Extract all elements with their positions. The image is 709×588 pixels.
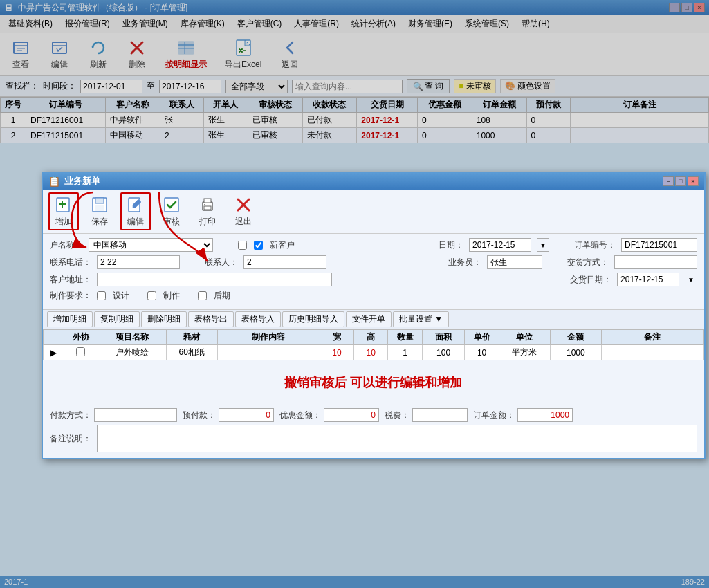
dialog-review-label: 审核 bbox=[163, 216, 180, 228]
date-input[interactable] bbox=[469, 238, 531, 252]
dialog-exit-button[interactable]: 退出 bbox=[228, 192, 259, 230]
post-checkbox[interactable] bbox=[198, 291, 207, 300]
add-detail-button[interactable]: 增加明细 bbox=[47, 311, 93, 327]
detail-toolbar: 增加明细 复制明细 删除明细 表格导出 表格导入 历史明细导入 文件开单 批量设… bbox=[43, 309, 704, 329]
outdoor-checkbox[interactable] bbox=[76, 347, 85, 356]
dialog-add-button[interactable]: 增加 bbox=[48, 192, 79, 230]
detail-row-content bbox=[217, 345, 320, 360]
detail-col-material: 耗材 bbox=[166, 330, 217, 345]
dialog-maximize-btn[interactable]: □ bbox=[675, 176, 686, 186]
detail-col-unit-price: 单价 bbox=[465, 330, 499, 345]
copy-detail-button[interactable]: 复制明细 bbox=[94, 311, 140, 327]
detail-row-amount: 1000 bbox=[550, 345, 601, 360]
prepay-input[interactable] bbox=[219, 408, 274, 422]
dialog-save-label: 保存 bbox=[91, 216, 108, 228]
dialog-save-icon bbox=[90, 195, 109, 214]
export-table-button[interactable]: 表格导出 bbox=[188, 311, 234, 327]
detail-row-unit: 平方米 bbox=[499, 345, 550, 360]
svg-rect-18 bbox=[95, 205, 104, 211]
make-label: 制作 bbox=[163, 290, 180, 302]
tax-field: 税费： bbox=[385, 408, 468, 422]
form-row-address: 客户地址： 交货日期： ▼ bbox=[50, 273, 697, 286]
design-checkbox[interactable] bbox=[97, 291, 106, 300]
address-label: 客户地址： bbox=[50, 274, 91, 286]
detail-row-qty: 1 bbox=[388, 345, 422, 360]
dialog-title-left: 📋 业务新单 bbox=[48, 175, 100, 187]
discount-field: 优惠金额： bbox=[279, 408, 379, 422]
dialog-edit-label: 编辑 bbox=[127, 216, 144, 228]
svg-rect-22 bbox=[204, 199, 211, 203]
new-customer-checkbox2[interactable] bbox=[254, 241, 263, 250]
delete-detail-button[interactable]: 删除明细 bbox=[141, 311, 187, 327]
phone-input[interactable] bbox=[97, 255, 180, 269]
remark-textarea[interactable] bbox=[97, 425, 697, 452]
detail-col-unit: 单位 bbox=[499, 330, 550, 345]
tax-input[interactable] bbox=[412, 408, 468, 422]
dialog-toolbar: 增加 保存 编辑 审核 bbox=[43, 190, 704, 234]
detail-col-area: 面积 bbox=[422, 330, 465, 345]
dialog-print-button[interactable]: 打印 bbox=[192, 192, 223, 230]
make-req-label: 制作要求： bbox=[50, 290, 91, 302]
detail-col-qty: 数量 bbox=[388, 330, 422, 345]
dialog-title-bar: 📋 业务新单 － □ × bbox=[43, 173, 704, 190]
detail-row-width: 10 bbox=[320, 345, 353, 360]
staff-label: 业务员： bbox=[448, 257, 481, 268]
history-import-button[interactable]: 历史明细导入 bbox=[282, 311, 344, 327]
order-amount-label: 订单金额： bbox=[473, 410, 515, 421]
import-table-button[interactable]: 表格导入 bbox=[235, 311, 281, 327]
staff-input[interactable] bbox=[487, 255, 542, 269]
dialog-edit-button[interactable]: 编辑 bbox=[120, 192, 151, 230]
dialog-close-btn[interactable]: × bbox=[688, 176, 699, 186]
batch-settings-button[interactable]: 批量设置 ▼ bbox=[393, 311, 449, 327]
contact-input[interactable] bbox=[243, 255, 326, 269]
detail-table-wrapper: 外协 项目名称 耗材 制作内容 宽 高 数量 面积 单价 单位 金额 备注 bbox=[43, 329, 704, 360]
detail-col-width: 宽 bbox=[320, 330, 353, 345]
dialog-exit-label: 退出 bbox=[235, 216, 252, 228]
order-amount-field: 订单金额： bbox=[473, 408, 573, 422]
pay-method-input[interactable] bbox=[94, 408, 177, 422]
detail-row-remark bbox=[601, 345, 703, 360]
detail-row-project: 户外喷绘 bbox=[98, 345, 166, 360]
discount-input[interactable] bbox=[324, 408, 379, 422]
form-row-customer: 户名称： 中国移动 新客户 日期： ▼ 订单编号： bbox=[50, 238, 697, 252]
discount-label: 优惠金额： bbox=[279, 410, 321, 421]
detail-col-amount: 金额 bbox=[550, 330, 601, 345]
svg-rect-23 bbox=[204, 206, 211, 210]
customer-select[interactable]: 中国移动 bbox=[89, 238, 213, 252]
tax-label: 税费： bbox=[385, 410, 409, 421]
dialog-title-controls[interactable]: － □ × bbox=[663, 176, 699, 186]
bottom-row-1: 付款方式： 预付款： 优惠金额： 税费： 订单金额： bbox=[50, 408, 697, 422]
design-label: 设计 bbox=[113, 290, 129, 302]
dialog-print-label: 打印 bbox=[199, 216, 216, 228]
dialog-review-icon bbox=[162, 195, 181, 214]
dialog-review-button[interactable]: 审核 bbox=[156, 192, 187, 230]
delivery-method-input[interactable] bbox=[614, 255, 697, 269]
detail-col-project: 项目名称 bbox=[98, 330, 166, 345]
address-input[interactable] bbox=[97, 273, 332, 286]
delivery-date-picker-btn[interactable]: ▼ bbox=[685, 273, 697, 286]
pay-method-field: 付款方式： bbox=[50, 408, 177, 422]
dialog-save-button[interactable]: 保存 bbox=[84, 192, 115, 230]
order-amount-input[interactable] bbox=[517, 408, 573, 422]
dialog-minimize-btn[interactable]: － bbox=[663, 176, 674, 186]
detail-col-content: 制作内容 bbox=[217, 330, 320, 345]
contact-label: 联系人： bbox=[205, 257, 238, 268]
detail-row-area: 100 bbox=[422, 345, 465, 360]
order-no-input[interactable] bbox=[621, 238, 697, 252]
new-customer-label: 新客户 bbox=[270, 239, 295, 251]
order-no-label: 订单编号： bbox=[574, 239, 616, 251]
file-order-button[interactable]: 文件开单 bbox=[346, 311, 392, 327]
detail-row[interactable]: ▶ 户外喷绘 60相纸 10 10 1 100 10 平方米 1000 bbox=[44, 345, 704, 360]
business-dialog: 📋 业务新单 － □ × 增加 保存 bbox=[42, 172, 706, 459]
detail-row-height: 10 bbox=[354, 345, 388, 360]
svg-point-24 bbox=[204, 204, 205, 205]
dialog-print-icon bbox=[198, 195, 217, 214]
customer-label: 户名称： bbox=[50, 239, 83, 251]
make-checkbox[interactable] bbox=[147, 291, 156, 300]
delivery-date-input[interactable] bbox=[617, 273, 679, 286]
new-customer-checkbox[interactable] bbox=[238, 241, 247, 250]
delivery-date-label: 交货日期： bbox=[570, 274, 611, 286]
detail-row-outdoor-check[interactable] bbox=[64, 345, 98, 360]
phone-label: 联系电话： bbox=[50, 257, 91, 268]
date-picker-btn[interactable]: ▼ bbox=[537, 238, 549, 252]
